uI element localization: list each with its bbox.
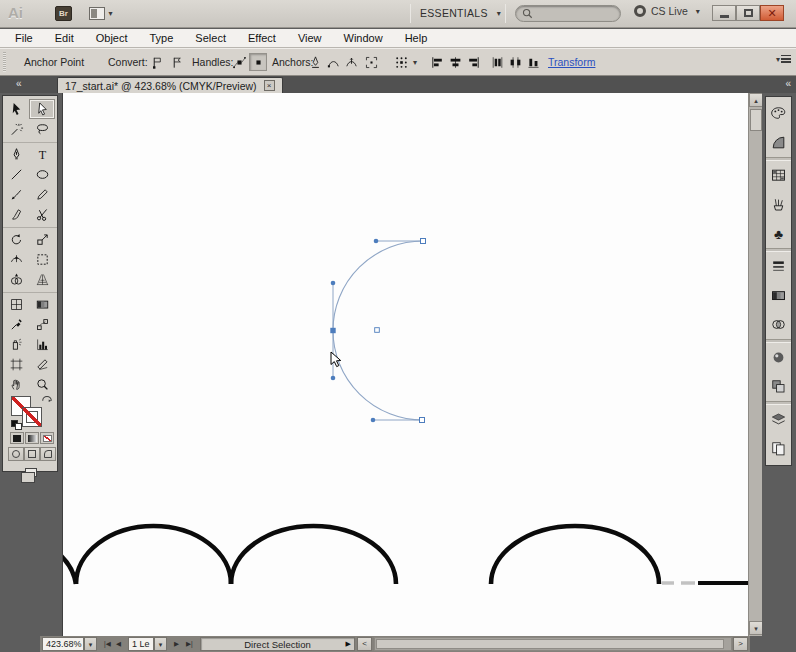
horizontal-scroll-thumb[interactable] xyxy=(376,639,724,649)
zoom-level-field[interactable]: 423.68% xyxy=(42,637,84,651)
width-tool[interactable] xyxy=(3,249,29,269)
cut-path-button[interactable] xyxy=(342,53,360,71)
launch-bridge-button[interactable]: Br xyxy=(55,6,72,21)
collapse-tools-chevron[interactable]: « xyxy=(16,78,22,89)
line-segment-tool[interactable] xyxy=(3,164,29,184)
selection-tool[interactable] xyxy=(3,99,29,119)
workspace-switcher[interactable]: ESSENTIALS ▾ xyxy=(420,7,501,19)
appearance-panel-button[interactable] xyxy=(766,343,791,372)
convert-to-smooth-button[interactable] xyxy=(168,53,186,71)
transparency-panel-button[interactable] xyxy=(766,310,791,339)
artboard-tool[interactable] xyxy=(3,354,29,374)
draw-behind-button[interactable] xyxy=(24,447,40,461)
arrange-documents-button[interactable]: ▾ xyxy=(86,6,116,21)
black-arc-path[interactable] xyxy=(231,526,396,584)
distribute-left-button[interactable] xyxy=(488,53,506,71)
hide-handles-button[interactable] xyxy=(249,53,267,71)
black-arc-path[interactable] xyxy=(491,526,659,584)
artboards-panel-button[interactable] xyxy=(766,434,791,463)
brushes-panel-button[interactable] xyxy=(766,190,791,219)
gradient-button[interactable] xyxy=(25,432,39,444)
align-right-button[interactable] xyxy=(464,53,482,71)
direction-handle-dot[interactable] xyxy=(371,418,376,423)
free-transform-tool[interactable] xyxy=(29,249,55,269)
next-artboard-button[interactable]: ▶ xyxy=(172,638,181,650)
close-button[interactable]: ✕ xyxy=(760,5,784,21)
menu-file[interactable]: File xyxy=(4,29,44,47)
remove-anchor-button[interactable] xyxy=(306,53,324,71)
mesh-tool[interactable] xyxy=(3,294,29,314)
gradient-panel-panel-button[interactable] xyxy=(766,281,791,310)
artboard-navigation-field[interactable]: 1 Le xyxy=(128,637,154,651)
document-tab[interactable]: 17_start.ai* @ 423.68% (CMYK/Preview) × xyxy=(57,77,283,93)
stroke-indicator[interactable] xyxy=(22,407,42,427)
selected-path[interactable] xyxy=(333,241,423,420)
lasso-tool[interactable] xyxy=(29,119,55,139)
pencil-tool[interactable] xyxy=(29,184,55,204)
menu-edit[interactable]: Edit xyxy=(44,29,85,47)
graphic-styles-panel-button[interactable] xyxy=(766,372,791,401)
zoom-tool[interactable] xyxy=(29,374,55,394)
last-artboard-button[interactable]: ▶| xyxy=(184,638,195,650)
canvas[interactable] xyxy=(62,93,748,636)
search-input[interactable] xyxy=(533,7,613,20)
blend-tool[interactable] xyxy=(29,314,55,334)
slice-tool[interactable] xyxy=(29,354,55,374)
tab-close-button[interactable]: × xyxy=(264,80,275,91)
color-button[interactable] xyxy=(10,432,24,444)
scroll-left-button[interactable]: < xyxy=(357,637,372,651)
zoom-level-dropdown[interactable]: ▾ xyxy=(84,637,97,651)
convert-to-corner-button[interactable] xyxy=(148,53,166,71)
shape-builder-tool[interactable] xyxy=(3,269,29,289)
none-button[interactable] xyxy=(40,432,54,444)
gradient-tool[interactable] xyxy=(29,294,55,314)
direction-handle-dot[interactable] xyxy=(331,376,336,381)
menu-view[interactable]: View xyxy=(287,29,333,47)
cs-live-button[interactable]: CS Live ▾ xyxy=(634,5,700,17)
scroll-right-button[interactable]: > xyxy=(733,637,748,651)
draw-inside-button[interactable] xyxy=(40,447,56,461)
anchor-point[interactable] xyxy=(421,239,426,244)
align-center-button[interactable] xyxy=(446,53,464,71)
blob-brush-tool[interactable] xyxy=(3,204,29,224)
color-panel-button[interactable] xyxy=(766,99,791,128)
menu-effect[interactable]: Effect xyxy=(237,29,287,47)
ellipse-tool[interactable] xyxy=(29,164,55,184)
first-artboard-button[interactable]: |◀ xyxy=(102,638,113,650)
hand-tool[interactable] xyxy=(3,374,29,394)
screen-mode-button[interactable] xyxy=(19,464,43,480)
layers-panel-button[interactable] xyxy=(766,405,791,434)
color-guide-panel-button[interactable] xyxy=(766,128,791,157)
rotate-tool[interactable] xyxy=(3,229,29,249)
direction-handle-dot[interactable] xyxy=(331,281,336,286)
transform-link[interactable]: Transform xyxy=(548,56,595,68)
swatches-panel-button[interactable] xyxy=(766,161,791,190)
menu-select[interactable]: Select xyxy=(184,29,237,47)
anchor-point[interactable] xyxy=(420,418,425,423)
show-handles-button[interactable] xyxy=(230,53,248,71)
paintbrush-tool[interactable] xyxy=(3,184,29,204)
align-left-button[interactable] xyxy=(428,53,446,71)
type-tool[interactable]: T xyxy=(29,144,55,164)
isolate-selection-button[interactable] xyxy=(362,53,380,71)
scissors-tool[interactable] xyxy=(29,204,55,224)
connect-anchors-button[interactable] xyxy=(324,53,342,71)
panel-menu-button[interactable]: ▾ xyxy=(773,55,791,64)
menu-help[interactable]: Help xyxy=(394,29,439,47)
scroll-up-button[interactable]: ▴ xyxy=(749,93,763,107)
scale-tool[interactable] xyxy=(29,229,55,249)
direct-selection-tool[interactable] xyxy=(29,99,55,119)
vertical-scroll-thumb[interactable] xyxy=(750,109,762,131)
direction-handle-dot[interactable] xyxy=(374,239,379,244)
minimize-button[interactable] xyxy=(712,5,736,21)
symbols-panel-button[interactable]: ♣ xyxy=(766,219,791,248)
distribute-right-button[interactable] xyxy=(524,53,542,71)
selected-anchor-point[interactable] xyxy=(330,328,335,333)
draw-normal-button[interactable] xyxy=(8,447,24,461)
eyedropper-tool[interactable] xyxy=(3,314,29,334)
menu-type[interactable]: Type xyxy=(139,29,185,47)
horizontal-scrollbar[interactable] xyxy=(374,637,732,651)
swap-fill-stroke-icon[interactable] xyxy=(41,394,53,404)
perspective-grid-tool[interactable] xyxy=(29,269,55,289)
status-display[interactable]: Direct Selection ▶ xyxy=(200,637,355,651)
